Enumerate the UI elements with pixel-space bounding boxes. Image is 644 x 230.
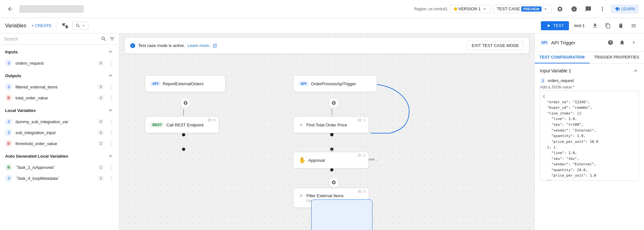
var-count: 0	[98, 60, 104, 66]
list-item[interactable]: J dummy_sub_integration_var 0 ⋮	[0, 116, 119, 127]
auto-gen-collapse-icon[interactable]	[107, 153, 114, 159]
call-rest-endpoint-node[interactable]: REST Call REST Endpoint ID: 5	[145, 116, 219, 133]
api-badge-small: API	[540, 40, 549, 45]
approval-node[interactable]: ✋ Approval ID: 2	[293, 152, 369, 169]
panel-content: Input Variable 1 J orders_request Add a …	[535, 64, 644, 230]
var-count: 5	[98, 130, 104, 135]
more-icon[interactable]: ⋮	[109, 130, 114, 136]
list-item[interactable]: D total_order_value 2 ⋮	[0, 92, 119, 103]
more-icon[interactable]: ⋮	[109, 84, 114, 90]
more-icon[interactable]: ⋮	[109, 164, 114, 170]
list-item[interactable]: D threshold_order_value 2 ⋮	[0, 138, 119, 149]
settings-icon-button[interactable]	[554, 3, 566, 15]
search-input[interactable]	[4, 36, 98, 41]
report-external-orders-node[interactable]: API ReportExternalOrders	[145, 75, 226, 92]
chat-icon-button[interactable]	[582, 3, 594, 15]
filter-icon[interactable]	[109, 36, 115, 42]
list-item[interactable]: J sub_integration_input 5 ⋮	[0, 127, 119, 138]
var-count: 2	[98, 95, 104, 100]
more-icon[interactable]: ⋮	[109, 141, 114, 147]
node-label: ReportExternalOrders	[163, 81, 203, 86]
var-type-badge-json: J	[5, 118, 12, 125]
local-vars-collapse-icon[interactable]	[107, 107, 114, 114]
more-vert-icon-button[interactable]	[597, 3, 608, 15]
collapse-input-var-icon[interactable]	[632, 68, 639, 74]
notification-icon-button[interactable]	[617, 37, 627, 48]
test-case-label: TEST CASE	[497, 6, 520, 11]
second-bar: Variables + CREATE TEST test-1	[0, 18, 644, 33]
outputs-collapse-icon[interactable]	[107, 72, 114, 79]
more-icon[interactable]: ⋮	[109, 60, 114, 66]
more-icon[interactable]: ⋮	[109, 175, 114, 181]
auto-gen-section-header: Auto Generated Local Variables	[0, 149, 119, 162]
main-layout: Inputs J orders_request 0 ⋮ Outputs J fi…	[0, 33, 644, 230]
json-value-textarea[interactable]: { "order_no": "12345", "buyer_id": "raam…	[540, 91, 639, 181]
list-item[interactable]: J orders_request 0 ⋮	[0, 58, 119, 69]
var-name: dummy_sub_integration_var	[15, 119, 94, 124]
divider	[57, 22, 57, 30]
var-type-badge-d: D	[5, 140, 12, 147]
var-type-badge-json: J	[5, 175, 12, 182]
inputs-title: Inputs	[5, 50, 18, 54]
node-label: OrderProcessApiTrigger	[311, 81, 356, 86]
create-button[interactable]: + CREATE	[29, 22, 54, 29]
var-name: orders_request	[15, 61, 94, 66]
version-button[interactable]: VERSION 1	[450, 5, 491, 13]
tab-test-configuration[interactable]: TEST CONFIGURATION	[535, 52, 590, 63]
list-item[interactable]: B `Task_2_isApproved` 1 ⋮	[0, 162, 119, 173]
input-variable-title: Input Variable 1	[540, 68, 571, 73]
delete-icon-button[interactable]	[616, 21, 626, 31]
list-item[interactable]: J filtered_external_items 5 ⋮	[0, 81, 119, 92]
back-button[interactable]	[5, 4, 15, 14]
variables-title: Variables	[5, 23, 26, 29]
second-bar-right: TEST test-1	[541, 21, 639, 31]
test-run-button[interactable]: TEST	[541, 21, 569, 30]
test-case-button[interactable]: TEST CASE PREVIEW	[493, 5, 552, 13]
panel-tabs: TEST CONFIGURATION TRIGGER PROPERTIES	[535, 52, 644, 64]
region-label: Region: us-central1	[414, 7, 447, 11]
copy-icon-button[interactable]	[603, 21, 613, 31]
exit-test-case-button[interactable]: EXIT TEST CASE MODE	[467, 41, 524, 50]
find-total-order-price-node[interactable]: Find Total Order Price ID: 1	[293, 116, 369, 133]
canvas-area[interactable]: Test case mode is active. Learn more. EX…	[119, 33, 534, 230]
json-badge-sm: J	[540, 78, 546, 84]
gear-node-2[interactable]	[329, 98, 339, 108]
auto-gen-title: Auto Generated Local Variables	[5, 154, 68, 159]
download-icon-button[interactable]	[590, 21, 600, 31]
preview-badge: PREVIEW	[521, 6, 542, 12]
gear-node-3[interactable]	[329, 177, 339, 188]
right-panel-header: API API Trigger	[535, 33, 644, 52]
var-type-badge-b: B	[5, 164, 12, 171]
version-label: VERSION 1	[458, 6, 481, 11]
help-icon-button[interactable]	[605, 37, 616, 48]
var-type-badge-d: D	[5, 94, 12, 101]
var-name: total_order_value	[15, 96, 94, 100]
blue-selection-box	[311, 199, 372, 230]
menu-icon-button[interactable]	[629, 21, 639, 31]
expand-icon-button[interactable]	[629, 37, 639, 48]
version-status-dot	[454, 7, 457, 11]
learn-more-link[interactable]: Learn more.	[187, 43, 210, 48]
list-item[interactable]: J `Task_4_loopMetadata` 1 ⋮	[0, 173, 119, 184]
collapse-panel-button[interactable]	[60, 21, 70, 31]
var-name: `Task_2_isApproved`	[15, 165, 94, 170]
node-label: Call REST Endpoint	[166, 123, 203, 127]
var-type-badge-json: J	[5, 129, 12, 136]
zoom-button[interactable]	[72, 22, 89, 30]
more-icon[interactable]: ⋮	[109, 119, 114, 125]
more-icon[interactable]: ⋮	[109, 95, 114, 101]
create-label: + CREATE	[32, 23, 52, 28]
arrow-icon	[299, 122, 304, 127]
gear-node-1[interactable]	[180, 98, 191, 108]
inputs-collapse-icon[interactable]	[107, 49, 114, 55]
outputs-title: Outputs	[5, 73, 21, 78]
node-id: ID: 2	[358, 153, 365, 157]
add-json-label: Add a JSON value *	[540, 85, 639, 89]
svg-point-4	[182, 148, 185, 151]
search-bar	[0, 33, 119, 45]
learn-button[interactable]: LEARN	[611, 5, 639, 14]
filter-arrow-icon	[299, 193, 304, 198]
order-process-api-trigger-node[interactable]: API OrderProcessApiTrigger	[293, 75, 377, 92]
info-icon-button[interactable]	[568, 3, 580, 15]
tab-trigger-properties[interactable]: TRIGGER PROPERTIES	[590, 52, 644, 63]
